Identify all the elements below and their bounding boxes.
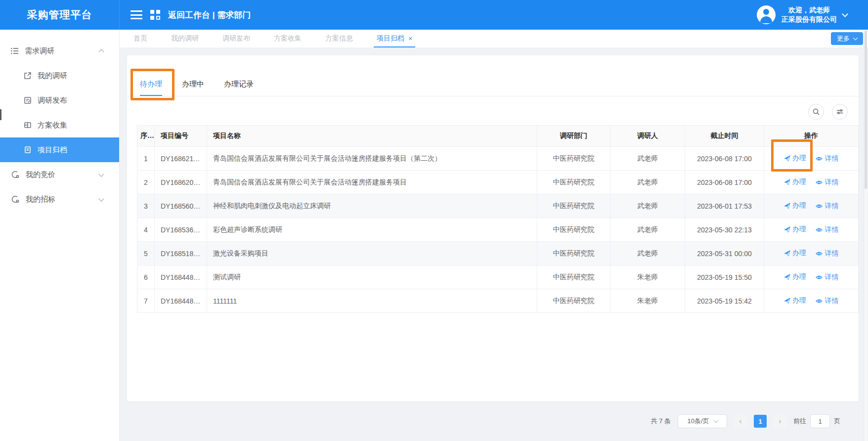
search-button[interactable] bbox=[808, 104, 824, 120]
send-icon bbox=[784, 250, 790, 257]
archive-doc-icon bbox=[24, 146, 32, 154]
detail-link[interactable]: 详情 bbox=[816, 154, 838, 163]
chevron-down-icon bbox=[842, 11, 848, 17]
table-row: 5 DY1685180820343 激光设备采购项目 中医药研究院 武老师 20… bbox=[137, 242, 859, 265]
cell-dept: 中医药研究院 bbox=[537, 242, 610, 265]
chevron-down-icon bbox=[713, 418, 718, 423]
cell-index: 1 bbox=[137, 147, 155, 171]
detail-link[interactable]: 详情 bbox=[816, 249, 838, 258]
send-icon bbox=[784, 226, 790, 233]
table-row: 2 DY1686209724222 青岛国信会展酒店发展有限公司关于展会活动篷房… bbox=[137, 171, 859, 194]
cell-dept: 中医药研究院 bbox=[537, 194, 610, 218]
pagination-total: 共 7 条 bbox=[651, 417, 671, 426]
sidebar-item-my-research[interactable]: 我的调研 bbox=[0, 63, 119, 88]
col-project-name: 项目名称 bbox=[207, 126, 537, 147]
sidebar-item-research-publish[interactable]: 调研发布 bbox=[0, 88, 119, 113]
handle-link[interactable]: 办理 bbox=[784, 177, 806, 186]
detail-link[interactable]: 详情 bbox=[816, 225, 838, 234]
table-row: 3 DY1685608872692 神经和肌肉电刺激仪及电动起立床调研 中医药研… bbox=[137, 194, 859, 218]
sidebar-item-project-archive[interactable]: 项目归档 bbox=[0, 137, 119, 162]
chevron-up-icon bbox=[98, 49, 104, 54]
tab-records[interactable]: 办理记录 bbox=[224, 80, 254, 96]
tab-my-research[interactable]: 我的调研 bbox=[171, 30, 199, 47]
cell-dept: 中医药研究院 bbox=[537, 171, 610, 194]
tab-plan-info[interactable]: 方案信息 bbox=[325, 30, 353, 47]
tab-plan-collect[interactable]: 方案收集 bbox=[274, 30, 302, 47]
edit-doc-icon bbox=[24, 96, 32, 104]
cell-index: 5 bbox=[137, 242, 155, 265]
sidebar-group-my-bidding[interactable]: 我的竞价 bbox=[0, 162, 119, 187]
sidebar-item-plan-collect[interactable]: 方案收集 bbox=[0, 113, 119, 137]
vertical-scrollbar[interactable] bbox=[864, 30, 867, 441]
cell-index: 4 bbox=[137, 218, 155, 242]
next-page-button[interactable]: › bbox=[774, 415, 786, 428]
app-title: 采购管理平台 bbox=[27, 8, 92, 22]
sidebar-item-label: 我的调研 bbox=[38, 71, 67, 81]
goto-page-input[interactable] bbox=[810, 414, 830, 428]
cell-actions: 办理 详情 bbox=[764, 289, 859, 313]
more-button[interactable]: 更多 bbox=[831, 32, 863, 45]
cell-dept: 中医药研究院 bbox=[537, 289, 610, 313]
sidebar-group-label: 我的招标 bbox=[26, 195, 55, 204]
cell-actions: 办理 详情 bbox=[764, 265, 859, 289]
handle-link[interactable]: 办理 bbox=[784, 201, 806, 210]
cell-deadline: 2023-06-08 17:00 bbox=[685, 171, 764, 194]
handle-link[interactable]: 办理 bbox=[784, 249, 806, 258]
cell-project-name: 青岛国信会展酒店发展有限公司关于展会活动篷房搭建服务项目 bbox=[207, 171, 537, 194]
user-menu[interactable]: 欢迎，武老师 正采股份有限公司 bbox=[757, 5, 868, 24]
detail-link[interactable]: 详情 bbox=[816, 273, 838, 282]
cell-dept: 中医药研究院 bbox=[537, 218, 610, 242]
tab-research-publish[interactable]: 调研发布 bbox=[222, 30, 250, 47]
page-number-1[interactable]: 1 bbox=[754, 415, 767, 428]
table-row: 6 DY1684482507942 测试调研 中医药研究院 朱老师 2023-0… bbox=[137, 265, 859, 289]
eye-icon bbox=[816, 179, 823, 185]
handle-link[interactable]: 办理 bbox=[784, 225, 806, 234]
sidebar: 需求调研 我的调研 调研发布 方案收集 项目归档 我的竞价 我的招标 bbox=[0, 30, 120, 441]
scroll-indicator bbox=[0, 109, 1, 120]
collect-grid-icon bbox=[24, 121, 32, 129]
handle-link[interactable]: 办理 bbox=[784, 296, 806, 305]
prev-page-button[interactable]: ‹ bbox=[734, 415, 747, 428]
handle-link[interactable]: 办理 bbox=[784, 272, 806, 281]
detail-link[interactable]: 详情 bbox=[816, 297, 838, 306]
tab-home[interactable]: 首页 bbox=[133, 30, 147, 47]
prev-icon: ‹ bbox=[739, 417, 741, 426]
bid-circle-icon bbox=[11, 195, 20, 203]
cell-deadline: 2023-06-01 17:53 bbox=[685, 194, 764, 218]
eye-icon bbox=[816, 274, 823, 280]
cell-actions: 办理 详情 bbox=[764, 242, 859, 265]
page-tab-bar: 首页 我的调研 调研发布 方案收集 方案信息 项目归档 × 更多 bbox=[120, 30, 868, 47]
detail-link[interactable]: 详情 bbox=[816, 202, 838, 211]
filter-button[interactable] bbox=[832, 104, 848, 120]
table-header-row: 序号 项目编号 项目名称 调研部门 调研人 截止时间 操作 bbox=[137, 126, 859, 147]
apps-grid-icon[interactable] bbox=[150, 10, 160, 20]
cell-dept: 中医药研究院 bbox=[537, 147, 610, 171]
filter-icon bbox=[836, 108, 843, 115]
cell-deadline: 2023-05-31 00:00 bbox=[685, 242, 764, 265]
handle-link[interactable]: 办理 bbox=[784, 154, 806, 163]
cell-actions: 办理 详情 bbox=[764, 194, 859, 218]
cell-researcher: 朱老师 bbox=[610, 289, 685, 313]
chevron-down-icon bbox=[98, 196, 104, 201]
workspace-breadcrumb[interactable]: 返回工作台 | 需求部门 bbox=[168, 9, 251, 21]
cell-project-name: 激光设备采购项目 bbox=[207, 242, 537, 265]
sidebar-group-my-tender[interactable]: 我的招标 bbox=[0, 187, 119, 212]
sidebar-group-demand-research[interactable]: 需求调研 bbox=[0, 39, 119, 63]
cell-deadline: 2023-05-19 15:42 bbox=[685, 289, 764, 313]
tab-pending[interactable]: 待办理 bbox=[140, 80, 162, 96]
archive-panel-card: 待办理 办理中 办理记录 序 bbox=[127, 55, 859, 401]
page-size-select[interactable]: 10条/页 bbox=[678, 414, 727, 428]
tab-in-progress[interactable]: 办理中 bbox=[182, 80, 204, 96]
cell-index: 6 bbox=[137, 265, 155, 289]
tab-project-archive[interactable]: 项目归档 × bbox=[377, 30, 412, 47]
col-researcher: 调研人 bbox=[610, 126, 685, 147]
cell-deadline: 2023-05-30 22:13 bbox=[685, 218, 764, 242]
hamburger-icon[interactable] bbox=[130, 10, 142, 19]
scrollbar-thumb[interactable] bbox=[865, 31, 867, 189]
eye-icon bbox=[816, 251, 823, 257]
cell-dept: 中医药研究院 bbox=[537, 265, 610, 289]
send-icon bbox=[784, 203, 790, 209]
cell-project-name: 神经和肌肉电刺激仪及电动起立床调研 bbox=[207, 194, 537, 218]
detail-link[interactable]: 详情 bbox=[816, 178, 838, 187]
close-icon[interactable]: × bbox=[408, 35, 412, 43]
